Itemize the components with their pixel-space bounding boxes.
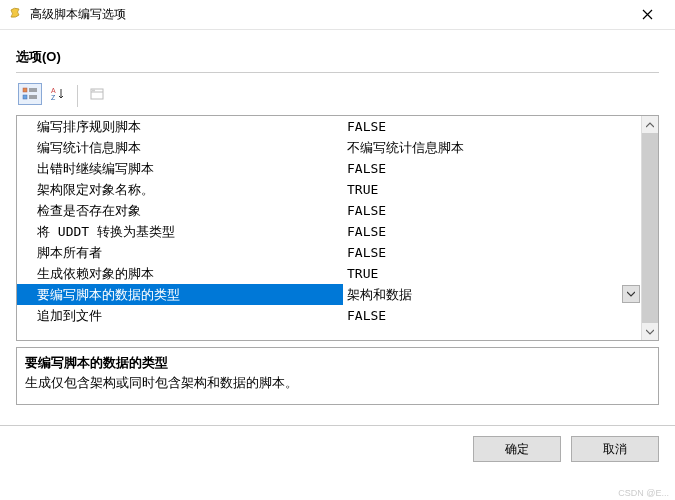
property-row[interactable]: 架构限定对象名称。TRUE [17, 179, 641, 200]
property-value: FALSE [347, 116, 641, 137]
toolbar: A Z [16, 81, 659, 115]
property-row[interactable]: 追加到文件FALSE [17, 305, 641, 326]
property-row[interactable]: 编写统计信息脚本不编写统计信息脚本 [17, 137, 641, 158]
app-icon [8, 7, 24, 23]
scrollbar[interactable] [641, 116, 658, 340]
property-label: 检查是否存在对象 [37, 200, 347, 221]
property-label: 编写排序规则脚本 [37, 116, 347, 137]
divider [16, 72, 659, 73]
svg-rect-10 [92, 90, 95, 92]
property-label: 架构限定对象名称。 [37, 179, 347, 200]
toolbar-separator [77, 85, 78, 107]
close-button[interactable] [627, 1, 667, 29]
property-row[interactable]: 出错时继续编写脚本FALSE [17, 158, 641, 179]
categorized-view-button[interactable] [18, 83, 42, 105]
dropdown-button[interactable] [622, 285, 640, 303]
titlebar: 高级脚本编写选项 [0, 0, 675, 30]
watermark: CSDN @E... [618, 488, 669, 498]
property-value: FALSE [347, 305, 641, 326]
property-label: 编写统计信息脚本 [37, 137, 347, 158]
property-grid: 编写排序规则脚本FALSE编写统计信息脚本不编写统计信息脚本出错时继续编写脚本F… [16, 115, 659, 341]
property-label: 将 UDDT 转换为基类型 [37, 221, 347, 242]
property-label: 生成依赖对象的脚本 [37, 263, 347, 284]
cancel-button[interactable]: 取消 [571, 436, 659, 462]
property-pages-button [85, 83, 109, 105]
property-row[interactable]: 要编写脚本的数据的类型架构和数据 [17, 284, 641, 305]
description-text: 生成仅包含架构或同时包含架构和数据的脚本。 [25, 374, 650, 392]
scroll-down-button[interactable] [642, 323, 658, 340]
scroll-thumb[interactable] [642, 133, 658, 323]
property-value: FALSE [347, 200, 641, 221]
ok-button[interactable]: 确定 [473, 436, 561, 462]
property-value: TRUE [347, 263, 641, 284]
property-label: 追加到文件 [37, 305, 347, 326]
property-label: 要编写脚本的数据的类型 [37, 284, 347, 305]
property-value[interactable]: 架构和数据 [343, 284, 641, 305]
svg-rect-0 [23, 88, 27, 92]
alphabetical-view-button[interactable]: A Z [46, 83, 70, 105]
property-row[interactable]: 生成依赖对象的脚本TRUE [17, 263, 641, 284]
property-row[interactable]: 检查是否存在对象FALSE [17, 200, 641, 221]
button-bar: 确定 取消 [0, 426, 675, 462]
property-row[interactable]: 将 UDDT 转换为基类型FALSE [17, 221, 641, 242]
svg-text:Z: Z [51, 94, 56, 101]
property-row[interactable]: 编写排序规则脚本FALSE [17, 116, 641, 137]
description-title: 要编写脚本的数据的类型 [25, 354, 650, 372]
property-value: TRUE [347, 179, 641, 200]
property-value: FALSE [347, 158, 641, 179]
svg-text:A: A [51, 87, 56, 94]
property-value: FALSE [347, 221, 641, 242]
svg-rect-1 [23, 95, 27, 99]
property-label: 脚本所有者 [37, 242, 347, 263]
property-row[interactable]: 脚本所有者FALSE [17, 242, 641, 263]
window-title: 高级脚本编写选项 [30, 6, 627, 23]
description-panel: 要编写脚本的数据的类型 生成仅包含架构或同时包含架构和数据的脚本。 [16, 347, 659, 405]
scroll-up-button[interactable] [642, 116, 658, 133]
property-label: 出错时继续编写脚本 [37, 158, 347, 179]
section-label: 选项(O) [16, 48, 659, 66]
property-value: FALSE [347, 242, 641, 263]
property-value: 不编写统计信息脚本 [347, 137, 641, 158]
